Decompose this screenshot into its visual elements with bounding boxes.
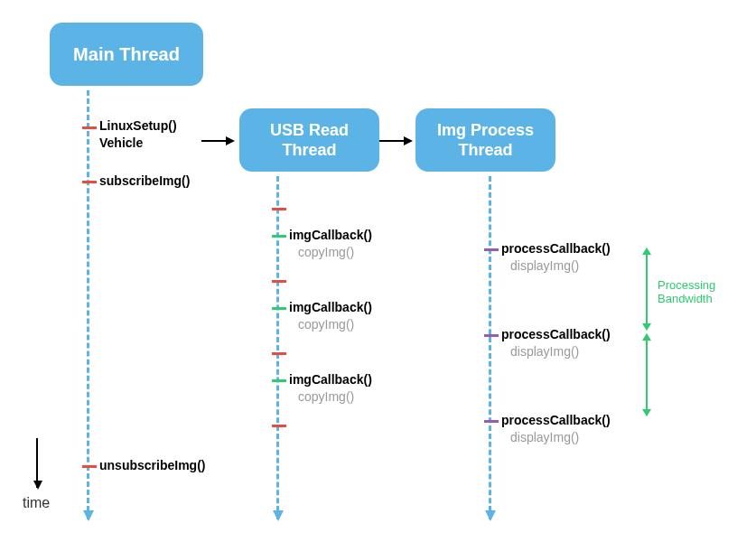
label-process-callback-3: processCallback(): [501, 413, 611, 427]
time-arrow: [36, 438, 38, 488]
label-subscribe: subscribeImg(): [99, 173, 190, 188]
lifeline-main: [87, 90, 89, 519]
label-img-callback-1: imgCallback(): [289, 228, 372, 242]
label-bandwidth-2: Bandwidth: [658, 292, 713, 305]
label-img-callback-2: imgCallback(): [289, 300, 372, 314]
lifeline-usb: [276, 176, 279, 519]
bandwidth-bar-2: [646, 334, 648, 416]
label-copy-img-2: copyImg(): [298, 317, 354, 332]
lifeline-img: [489, 176, 491, 519]
label-vehicle: Vehicle: [99, 136, 143, 150]
label-copy-img-3: copyImg(): [298, 389, 354, 404]
thread-box-usb: USB Read Thread: [239, 108, 379, 172]
label-unsubscribe: unsubscribeImg(): [99, 458, 205, 472]
bandwidth-bar-1: [646, 248, 648, 330]
thread-box-main: Main Thread: [50, 23, 203, 86]
label-display-img-3: displayImg(): [510, 430, 579, 444]
spawn-arrow-main-usb: [201, 140, 233, 142]
label-process-callback-2: processCallback(): [501, 327, 611, 341]
spawn-arrow-usb-img: [379, 140, 411, 142]
label-display-img-1: displayImg(): [510, 258, 579, 273]
label-display-img-2: displayImg(): [510, 344, 579, 359]
label-copy-img-1: copyImg(): [298, 245, 354, 259]
thread-box-img: Img Process Thread: [415, 108, 555, 172]
label-time: time: [23, 495, 50, 511]
label-linux-setup: LinuxSetup(): [99, 118, 177, 133]
label-process-callback-1: processCallback(): [501, 241, 611, 256]
label-bandwidth-1: Processing: [658, 278, 715, 292]
label-img-callback-3: imgCallback(): [289, 372, 372, 387]
